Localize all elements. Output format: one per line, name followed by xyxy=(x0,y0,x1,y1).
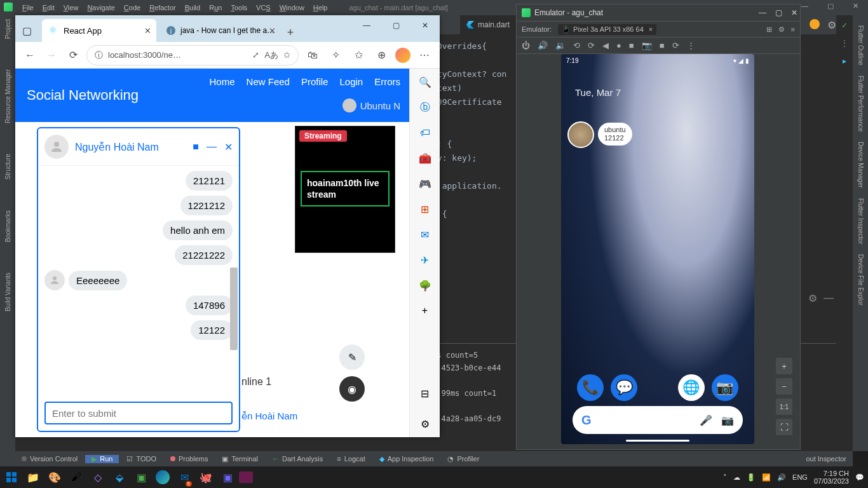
close-icon[interactable]: ✕ xyxy=(224,141,233,153)
menu-refactor[interactable]: Refactor xyxy=(145,4,180,11)
gimp-icon[interactable]: 🖌 xyxy=(66,466,86,488)
menu-build[interactable]: Build xyxy=(180,4,205,11)
vs-icon[interactable]: ◇ xyxy=(88,466,108,488)
bottom-todo[interactable]: ☑TODO xyxy=(120,455,163,463)
chrome-icon[interactable]: 🌐 xyxy=(678,374,705,401)
check-icon[interactable]: ✓ xyxy=(839,20,850,30)
chat-head-bubble[interactable]: ubuntu 12122 xyxy=(598,123,632,146)
rail-device-file[interactable]: Device File Explor xyxy=(857,254,864,306)
stream-box[interactable]: Streaming hoainam10th live stream xyxy=(295,126,395,253)
rail-device-mgr[interactable]: Device Manager xyxy=(857,142,864,188)
ide-maximize-icon[interactable]: ▢ xyxy=(823,2,838,10)
more-icon[interactable]: ⋯ xyxy=(416,46,433,64)
favorite-icon[interactable]: ✩ xyxy=(283,50,290,60)
menu-vcs[interactable]: VCS xyxy=(252,4,275,11)
vscode-icon[interactable]: ⬙ xyxy=(109,466,130,488)
avatar-icon[interactable] xyxy=(810,19,820,29)
nav-errors[interactable]: Errors xyxy=(374,76,400,87)
new-tab-button[interactable]: + xyxy=(281,23,300,42)
bottom-vc[interactable]: Version Control xyxy=(15,455,84,463)
games-icon[interactable]: 🎮 xyxy=(418,177,432,191)
back-icon[interactable]: ← xyxy=(22,47,38,64)
device-selector[interactable]: 📱Pixel 3a API 33 x86 64× xyxy=(558,24,656,35)
phone-search-bar[interactable]: G 🎤 📷 xyxy=(573,406,743,434)
collections-icon[interactable]: ⊕ xyxy=(372,46,390,64)
nav-user[interactable]: Ubuntu N xyxy=(342,98,400,112)
maximize-icon[interactable]: ▢ xyxy=(381,15,410,36)
tools-icon[interactable]: 🧰 xyxy=(418,151,432,165)
minimize-icon[interactable]: — xyxy=(759,8,766,17)
ide-close-icon[interactable]: ✕ xyxy=(848,2,863,10)
rail-build-variants[interactable]: Build Variants xyxy=(4,273,11,311)
outlook-icon[interactable]: ✉ xyxy=(418,227,432,241)
home-indicator[interactable] xyxy=(626,440,689,442)
mail-icon[interactable]: ✉5 xyxy=(174,466,194,488)
lang-indicator[interactable]: ENG xyxy=(792,473,808,481)
rail-flutter-perf[interactable]: Flutter Performance xyxy=(857,76,864,132)
menu-file[interactable]: File xyxy=(18,4,38,11)
video-icon[interactable]: ■ xyxy=(193,141,199,153)
battery-icon[interactable]: 🔋 xyxy=(747,473,756,482)
bottom-profiler[interactable]: ◔Profiler xyxy=(441,455,485,463)
window-icon[interactable]: ⊞ xyxy=(766,25,772,34)
nav-newfeed[interactable]: New Feed xyxy=(247,76,290,87)
bing-icon[interactable]: ⓑ xyxy=(418,100,432,114)
explorer-icon[interactable]: 📁 xyxy=(23,466,43,488)
volume-icon[interactable]: 🔊 xyxy=(777,473,786,482)
compose-button[interactable]: ✎ xyxy=(339,344,365,370)
bottom-logcat[interactable]: ≡Logcat xyxy=(330,455,371,463)
menu-view[interactable]: View xyxy=(59,4,83,11)
menu-navigate[interactable]: Navigate xyxy=(83,4,119,11)
app-brand[interactable]: Social Networking xyxy=(27,87,139,104)
messages-icon[interactable]: 💬 xyxy=(611,374,637,401)
reload-icon[interactable]: ⟳ xyxy=(65,47,81,64)
bottom-run[interactable]: ▶Run xyxy=(85,455,119,463)
shopping-icon[interactable]: 🛍 xyxy=(304,46,322,64)
toggle-button[interactable]: ◉ xyxy=(339,376,365,402)
back-icon[interactable]: ◀ xyxy=(602,41,609,50)
forward-icon[interactable]: → xyxy=(43,47,60,64)
voldown-icon[interactable]: 🔉 xyxy=(555,41,566,50)
favorites-icon[interactable]: ✩ xyxy=(349,46,367,64)
settings-icon[interactable]: ⚙ xyxy=(418,417,432,431)
more-icon[interactable]: ⋮ xyxy=(839,38,850,48)
office-icon[interactable]: ⊞ xyxy=(418,202,432,216)
zoom-in[interactable]: + xyxy=(776,358,792,374)
user-link[interactable]: ễn Hoài Nam xyxy=(241,410,297,422)
rail-resource[interactable]: Resource Manager xyxy=(4,69,11,123)
close-icon[interactable]: ✕ xyxy=(410,15,440,36)
emulator-screen[interactable]: 7:19 ▾◢▮ Tue, Mar 7 ubuntu 12122 📞 💬 🌐 📷… xyxy=(561,54,754,444)
more-icon[interactable]: ⋮ xyxy=(687,41,695,50)
tab-close-icon[interactable]: ✕ xyxy=(269,26,276,36)
rail-project[interactable]: Project xyxy=(4,19,11,39)
onedrive-icon[interactable]: ☁ xyxy=(733,473,740,482)
chevron-up-icon[interactable]: ˄ xyxy=(723,473,727,482)
edge-icon[interactable] xyxy=(153,466,173,488)
bottom-appinsp[interactable]: ◆App Inspection xyxy=(373,455,440,463)
menu-tools[interactable]: Tools xyxy=(226,4,252,11)
rail-structure[interactable]: Structure xyxy=(4,154,11,180)
bottom-layout[interactable]: out Inspector xyxy=(799,455,853,463)
translate-icon[interactable]: Aあ xyxy=(264,50,278,61)
settings-icon[interactable]: ⚙ xyxy=(827,19,836,31)
close-icon[interactable]: ✕ xyxy=(791,8,797,17)
start-button[interactable] xyxy=(1,466,22,488)
chat-input[interactable] xyxy=(44,402,233,424)
github-icon[interactable]: 🐙 xyxy=(196,466,216,488)
settings-icon[interactable]: ⚙ xyxy=(778,25,785,34)
power-icon[interactable]: ⏻ xyxy=(522,41,530,50)
flutter-icon[interactable]: ▸ xyxy=(839,56,850,66)
taskbar-clock[interactable]: 7:19 CH 07/03/2023 xyxy=(814,470,849,485)
volup-icon[interactable]: 🔊 xyxy=(538,41,548,50)
shopping-icon[interactable]: 🏷 xyxy=(418,126,432,140)
maximize-icon[interactable]: ▢ xyxy=(775,8,782,17)
rail-bookmarks[interactable]: Bookmarks xyxy=(4,210,11,242)
zoom-out[interactable]: − xyxy=(776,378,792,395)
lens-icon[interactable]: 📷 xyxy=(721,414,734,426)
camera-icon[interactable]: 📷 xyxy=(642,41,652,50)
reader-icon[interactable]: ⤢ xyxy=(252,50,259,60)
wifi-icon[interactable]: 📶 xyxy=(762,473,771,482)
rail-flutter-insp[interactable]: Flutter Inspector xyxy=(857,198,864,244)
browser-tab-java[interactable]: j java - How can I get the a… ✕ xyxy=(160,19,281,42)
add-icon[interactable]: + xyxy=(418,304,432,318)
